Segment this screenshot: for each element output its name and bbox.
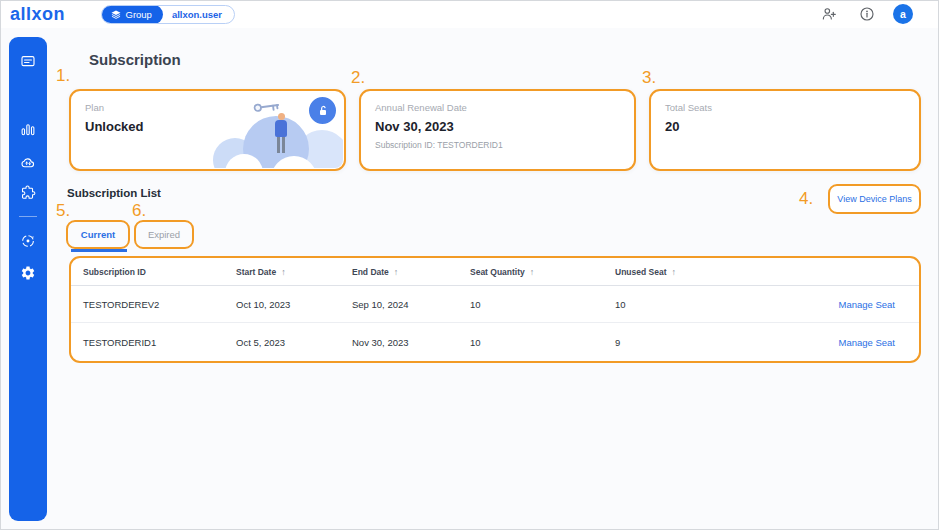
cell-seat-quantity: 10 <box>458 337 603 348</box>
ota-cloud-icon[interactable] <box>20 155 36 171</box>
cell-seat-quantity: 10 <box>458 299 603 310</box>
annotation-2: 2. <box>351 69 365 87</box>
cell-unused-seat: 10 <box>603 299 753 310</box>
plan-card: Plan Unlocked <box>69 89 346 171</box>
sort-asc-icon[interactable]: ↑ <box>530 267 535 277</box>
sort-asc-icon[interactable]: ↑ <box>394 267 399 277</box>
unlocked-plan-illustration <box>211 92 343 168</box>
avatar[interactable]: a <box>893 4 913 24</box>
info-icon[interactable] <box>859 6 875 22</box>
analytics-icon[interactable] <box>20 122 36 138</box>
annotation-1: 1. <box>56 67 70 85</box>
unlock-badge-icon <box>307 95 338 126</box>
group-name: allxon.user <box>163 9 234 20</box>
sort-asc-icon[interactable]: ↑ <box>281 267 286 277</box>
sidebar-divider <box>19 216 37 217</box>
col-start-date[interactable]: Start Date↑ <box>224 267 340 277</box>
cell-subscription-id: TESTORDERID1 <box>71 337 224 348</box>
total-seats-label: Total Seats <box>665 102 712 113</box>
annual-renewal-card: Annual Renewal Date Nov 30, 2023 Subscri… <box>359 89 636 171</box>
group-label: Group <box>126 9 152 20</box>
cell-unused-seat: 9 <box>603 337 753 348</box>
subscription-table: Subscription ID Start Date↑ End Date↑ Se… <box>69 256 921 363</box>
plugins-icon[interactable] <box>20 185 36 201</box>
total-seats-card: Total Seats 20 <box>649 89 921 171</box>
cell-start-date: Oct 10, 2023 <box>224 299 340 310</box>
plan-value: Unlocked <box>85 119 144 134</box>
active-tab-indicator <box>71 249 127 252</box>
annotation-4: 4. <box>799 190 813 208</box>
table-row: TESTORDEREV2 Oct 10, 2023 Sep 10, 2024 1… <box>71 286 919 323</box>
group-scope-button[interactable]: Group <box>101 5 163 24</box>
brand-logo: allxon <box>10 4 65 24</box>
col-seat-quantity[interactable]: Seat Quantity↑ <box>458 267 603 277</box>
plan-label: Plan <box>85 102 104 113</box>
annotation-6: 6. <box>132 202 146 220</box>
col-end-date[interactable]: End Date↑ <box>340 267 458 277</box>
sort-asc-icon[interactable]: ↑ <box>672 267 677 277</box>
renewal-subscription-id: Subscription ID: TESTORDERID1 <box>375 140 503 150</box>
sidebar <box>9 37 47 521</box>
settings-icon[interactable] <box>20 265 36 281</box>
key-icon <box>252 98 282 115</box>
table-header-row: Subscription ID Start Date↑ End Date↑ Se… <box>71 258 919 286</box>
remote-access-icon[interactable] <box>20 233 36 249</box>
manage-seat-link[interactable]: Manage Seat <box>838 299 895 310</box>
annotation-5: 5. <box>56 202 70 220</box>
subscription-list-title: Subscription List <box>67 187 161 199</box>
person-figure <box>278 113 285 120</box>
tab-expired[interactable]: Expired <box>134 220 194 249</box>
devices-dashboard-icon[interactable] <box>20 53 36 69</box>
cell-end-date: Sep 10, 2024 <box>340 299 458 310</box>
col-subscription-id[interactable]: Subscription ID <box>71 267 224 277</box>
total-seats-value: 20 <box>665 119 679 134</box>
cell-start-date: Oct 5, 2023 <box>224 337 340 348</box>
add-user-icon[interactable] <box>821 6 837 22</box>
top-bar: allxon Group allxon.user a <box>1 1 938 28</box>
renewal-label: Annual Renewal Date <box>375 102 467 113</box>
cell-end-date: Nov 30, 2023 <box>340 337 458 348</box>
group-switcher[interactable]: Group allxon.user <box>101 5 235 24</box>
view-device-plans-button[interactable]: View Device Plans <box>828 184 921 214</box>
col-unused-seat[interactable]: Unused Seat↑ <box>603 267 753 277</box>
annotation-3: 3. <box>642 69 656 87</box>
cell-subscription-id: TESTORDEREV2 <box>71 299 224 310</box>
page-title: Subscription <box>89 51 181 68</box>
table-row: TESTORDERID1 Oct 5, 2023 Nov 30, 2023 10… <box>71 323 919 361</box>
tab-current[interactable]: Current <box>66 220 130 249</box>
manage-seat-link[interactable]: Manage Seat <box>838 337 895 348</box>
layers-icon <box>110 9 122 21</box>
app-window: allxon Group allxon.user a <box>0 0 939 530</box>
renewal-value: Nov 30, 2023 <box>375 119 454 134</box>
